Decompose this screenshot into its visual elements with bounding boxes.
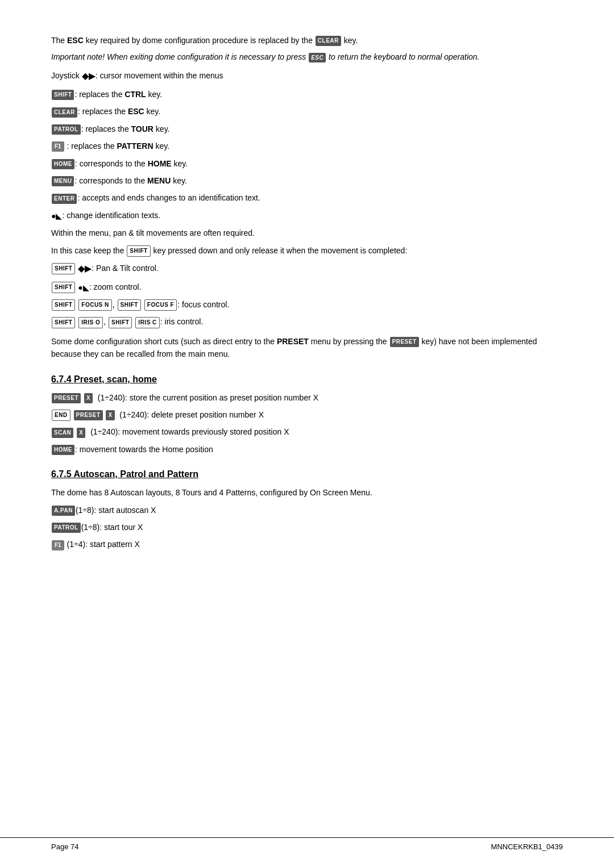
x-badge-3: X <box>77 428 85 438</box>
menu-line: MENU: corresponds to the MENU key. <box>51 174 563 187</box>
joystick-icon-pt: ◆▶ <box>78 261 92 276</box>
joystick-line: Joystick ◆▶: cursor movement within the … <box>51 69 563 84</box>
enter-badge: ENTER <box>52 194 77 204</box>
shift-badge-1: SHIFT <box>52 90 74 100</box>
iris-c-badge: IRIS C <box>135 317 159 328</box>
end-badge: END <box>52 410 70 421</box>
shift-line: SHIFT: replaces the CTRL key. <box>51 88 563 101</box>
within-menu: Within the menu, pan & tilt movements ar… <box>51 227 563 239</box>
shift-badge-zoom: SHIFT <box>52 282 75 293</box>
section-675-heading: 6.7.5 Autoscan, Patrol and Pattern <box>51 469 563 479</box>
in-this-case: In this case keep the SHIFT key pressed … <box>51 244 563 257</box>
iris-o-badge: IRIS O <box>78 317 103 328</box>
preset-badge-inline: PRESET <box>390 337 419 347</box>
zoom-ctrl-line: SHIFT ●◣: zoom control. <box>51 281 563 294</box>
f1-line: F1 : replaces the PATTERN key. <box>51 140 563 152</box>
menu-badge: MENU <box>52 176 74 186</box>
x-badge-2: X <box>106 410 114 420</box>
esc-badge-note: ESC <box>309 53 326 62</box>
preset-x-line: PRESET X (1÷240): store the current posi… <box>51 391 563 404</box>
focus-ctrl-line: SHIFT FOCUS N, SHIFT FOCUS F: focus cont… <box>51 298 563 311</box>
home-badge: HOME <box>52 159 74 169</box>
apan-line: A.PAN(1÷8): start autoscan X <box>51 504 563 516</box>
preset-badge-end: PRESET <box>74 410 103 420</box>
f1-badge: F1 <box>52 141 64 152</box>
some-dome-config: Some dome configuration short cuts (such… <box>51 335 563 361</box>
clear-badge: CLEAR <box>316 36 341 46</box>
shift-badge-fn: SHIFT <box>52 299 75 311</box>
patrol-line2: PATROL(1÷8): start tour X <box>51 521 563 533</box>
end-preset-x-line: END PRESET X (1÷240): delete preset posi… <box>51 408 563 421</box>
f1-badge-2: F1 <box>52 540 64 550</box>
clear-line: CLEAR: replaces the ESC key. <box>51 105 563 118</box>
clear-badge-2: CLEAR <box>52 107 77 118</box>
shift-badge-pt: SHIFT <box>52 263 75 274</box>
joystick-icon: ◆▶ <box>82 69 96 84</box>
section-674-heading: 6.7.4 Preset, scan, home <box>51 374 563 385</box>
home-badge-674: HOME <box>52 445 74 455</box>
iris-ctrl-line: SHIFT IRIS O, SHIFT IRIS C: iris control… <box>51 315 563 328</box>
patrol-badge: PATROL <box>52 124 81 135</box>
zoom-icon: ●◣ <box>51 210 62 222</box>
zoom-ctrl-icon: ●◣ <box>78 281 89 294</box>
shift-badge-io: SHIFT <box>52 317 75 328</box>
shift-badge-ff: SHIFT <box>118 299 141 311</box>
scan-badge: SCAN <box>52 428 73 438</box>
zoom-icon-line: ●◣: change identification texts. <box>51 209 563 222</box>
page-footer: Page 74 MNNCEKRKB1_0439 <box>0 837 614 851</box>
enter-line: ENTER: accepts and ends changes to an id… <box>51 191 563 204</box>
f1-line2: F1 (1÷4): start pattern X <box>51 538 563 550</box>
page-content: The ESC key required by dome configurati… <box>0 0 614 868</box>
shift-badge-ic: SHIFT <box>109 317 132 328</box>
scan-x-line: SCAN X (1÷240): movement towards previou… <box>51 425 563 438</box>
patrol-line: PATROL: replaces the TOUR key. <box>51 123 563 135</box>
autoscan-desc: The dome has 8 Autoscan layouts, 8 Tours… <box>51 486 563 499</box>
pan-tilt-line: SHIFT ◆▶: Pan & Tilt control. <box>51 261 563 276</box>
home-line: HOME: corresponds to the HOME key. <box>51 157 563 170</box>
footer-doc: MNNCEKRKB1_0439 <box>491 842 563 851</box>
home-movement-line: HOME: movement towards the Home position <box>51 443 563 456</box>
preset-badge-674: PRESET <box>52 393 81 403</box>
footer-page: Page 74 <box>51 842 78 851</box>
apan-badge: A.PAN <box>52 506 75 516</box>
focus-n-badge: FOCUS N <box>78 299 112 311</box>
x-badge-1: X <box>84 393 93 403</box>
focus-f-badge: FOCUS F <box>144 299 177 311</box>
important-note: Important note! When exiting dome config… <box>51 51 563 63</box>
patrol-badge-2: PATROL <box>52 523 81 533</box>
shift-badge-inline: SHIFT <box>127 245 150 257</box>
intro-paragraph: The ESC key required by dome configurati… <box>51 34 563 47</box>
